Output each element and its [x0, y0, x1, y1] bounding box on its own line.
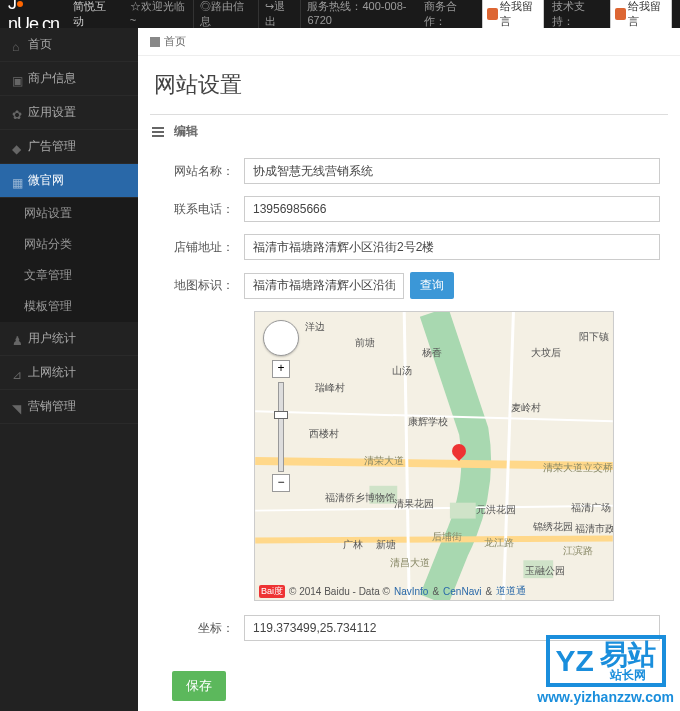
bullhorn-icon: ◥ [12, 402, 22, 412]
map-controls: + − [263, 320, 299, 494]
svg-text:福清广场: 福清广场 [571, 502, 611, 513]
map-pan-control[interactable] [263, 320, 299, 356]
sidebar-item-marketing[interactable]: ◥营销管理 [0, 390, 138, 424]
svg-text:前塘: 前塘 [355, 337, 375, 348]
svg-text:广林: 广林 [343, 539, 363, 550]
navinfo-link[interactable]: NavInfo [394, 586, 428, 597]
svg-text:玉融公园: 玉融公园 [525, 565, 565, 576]
address-input[interactable] [244, 234, 660, 260]
zoom-out-button[interactable]: − [272, 474, 290, 492]
cennavi-link[interactable]: CenNavi [443, 586, 481, 597]
router-info-link[interactable]: ◎路由信息 [193, 0, 255, 29]
query-button[interactable]: 查询 [410, 272, 454, 299]
site-name-label: 网站名称： [158, 163, 244, 180]
home-icon: ⌂ [12, 40, 22, 50]
breadcrumb-home[interactable]: 首页 [164, 34, 186, 49]
map-id-input[interactable] [244, 273, 404, 299]
svg-rect-2 [450, 503, 476, 519]
topbar: JnUe.cn 简悦互动 ☆欢迎光临~ ◎路由信息 ↪退出 服务热线：400-0… [0, 0, 680, 28]
zoom-slider[interactable] [278, 382, 284, 472]
svg-text:康辉学校: 康辉学校 [408, 416, 448, 427]
tech-label: 技术支持： [552, 0, 602, 29]
chart-icon: ⊿ [12, 368, 22, 378]
baidu-logo-icon: Bai度 [259, 585, 285, 598]
save-button[interactable]: 保存 [172, 671, 226, 701]
svg-text:后埔街: 后埔街 [432, 531, 462, 542]
map-widget[interactable]: 洋边 前塘 杨香 山汤 大坟后 阳下镇 瑞峰村 麦岭村 康辉学校 西楼村 福清侨… [254, 311, 614, 601]
sidebar-sub-site-categories[interactable]: 网站分类 [0, 229, 138, 260]
svg-text:元洪花园: 元洪花园 [476, 504, 516, 515]
watermark: YZ 易站站长网 www.yizhanzzw.com [537, 635, 674, 705]
sidebar-sub-templates[interactable]: 模板管理 [0, 291, 138, 322]
svg-text:福清市政: 福清市政 [575, 523, 613, 534]
edit-form: 网站名称： 联系电话： 店铺地址： 地图标识： 查询 [138, 148, 680, 711]
page-title: 网站设置 [138, 56, 680, 114]
sidebar-item-home[interactable]: ⌂首页 [0, 28, 138, 62]
main-content: 首页 网站设置 编辑 网站名称： 联系电话： 店铺地址： 地图标识： [138, 28, 680, 711]
svg-text:瑞峰村: 瑞峰村 [315, 382, 345, 393]
sidebar-sub-articles[interactable]: 文章管理 [0, 260, 138, 291]
logo-suffix: 简悦互动 [73, 0, 113, 29]
sidebar-item-ads[interactable]: ◆广告管理 [0, 130, 138, 164]
phone-label: 联系电话： [158, 201, 244, 218]
grid-icon: ▦ [12, 176, 22, 186]
svg-text:福清侨乡博物馆: 福清侨乡博物馆 [325, 492, 395, 503]
site-name-input[interactable] [244, 158, 660, 184]
sidebar-item-user-stats[interactable]: ♟用户统计 [0, 322, 138, 356]
svg-text:阳下镇: 阳下镇 [579, 331, 609, 342]
panel-header: 编辑 [138, 115, 680, 148]
map-marker-icon [452, 444, 466, 464]
svg-text:清果花园: 清果花园 [394, 498, 434, 509]
map-id-label: 地图标识： [158, 277, 244, 294]
user-icon: ♟ [12, 334, 22, 344]
gear-icon: ✿ [12, 108, 22, 118]
zoom-in-button[interactable]: + [272, 360, 290, 378]
daodaotong-link[interactable]: 道道通 [496, 584, 526, 598]
collapse-icon[interactable] [152, 131, 164, 133]
biz-label: 商务合作： [424, 0, 474, 29]
svg-text:杨香: 杨香 [421, 347, 442, 358]
svg-text:洋边: 洋边 [305, 321, 325, 332]
person-icon [615, 8, 626, 20]
shop-icon: ▣ [12, 74, 22, 84]
map-canvas[interactable]: 洋边 前塘 杨香 山汤 大坟后 阳下镇 瑞峰村 麦岭村 康辉学校 西楼村 福清侨… [255, 312, 613, 600]
sidebar-item-app-settings[interactable]: ✿应用设置 [0, 96, 138, 130]
svg-text:龙江路: 龙江路 [484, 537, 514, 548]
topbar-links: ☆欢迎光临~ ◎路由信息 ↪退出 服务热线：400-008-6720 [124, 0, 425, 29]
zoom-thumb[interactable] [274, 411, 288, 419]
svg-text:山汤: 山汤 [392, 365, 412, 376]
welcome-link[interactable]: ☆欢迎光临~ [124, 0, 191, 29]
svg-text:清荣大道立交桥: 清荣大道立交桥 [543, 462, 613, 473]
sidebar-item-merchant[interactable]: ▣商户信息 [0, 62, 138, 96]
biz-msg-button[interactable]: 给我留言 [482, 0, 544, 31]
sidebar-sub-site-settings[interactable]: 网站设置 [0, 198, 138, 229]
svg-text:江滨路: 江滨路 [563, 545, 593, 556]
sidebar-item-microsite[interactable]: ▦微官网 [0, 164, 138, 198]
svg-text:新塘: 新塘 [376, 539, 396, 550]
ad-icon: ◆ [12, 142, 22, 152]
svg-text:清昌大道: 清昌大道 [390, 557, 430, 568]
svg-text:麦岭村: 麦岭村 [511, 402, 541, 413]
svg-text:锦绣花园: 锦绣花园 [532, 521, 573, 532]
sidebar-item-online-stats[interactable]: ⊿上网统计 [0, 356, 138, 390]
coord-label: 坐标： [158, 620, 244, 637]
logout-link[interactable]: ↪退出 [258, 0, 299, 29]
breadcrumb: 首页 [138, 28, 680, 56]
svg-text:清荣大道: 清荣大道 [364, 455, 404, 466]
phone-input[interactable] [244, 196, 660, 222]
tech-msg-button[interactable]: 给我留言 [610, 0, 672, 31]
person-icon [487, 8, 498, 20]
map-attribution: Bai度 © 2014 Baidu - Data © NavInfo & Cen… [259, 584, 526, 598]
svg-text:大坟后: 大坟后 [531, 347, 561, 358]
panel-title: 编辑 [174, 123, 198, 140]
address-label: 店铺地址： [158, 239, 244, 256]
sidebar: ⌂首页 ▣商户信息 ✿应用设置 ◆广告管理 ▦微官网 网站设置 网站分类 文章管… [0, 28, 138, 711]
home-icon [150, 37, 160, 47]
svg-text:西楼村: 西楼村 [309, 428, 339, 439]
hotline-text: 服务热线：400-008-6720 [300, 0, 424, 29]
